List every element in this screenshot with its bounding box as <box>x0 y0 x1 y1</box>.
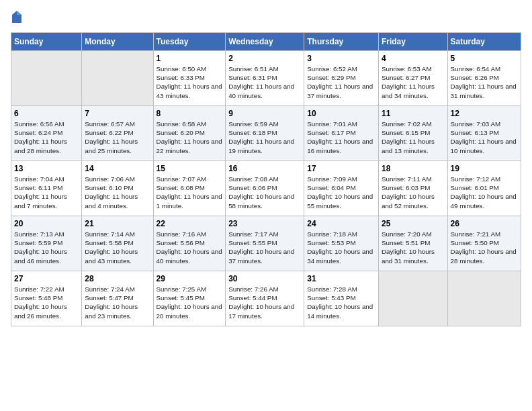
day-info: Sunrise: 7:16 AMSunset: 5:56 PMDaylight:… <box>157 230 223 265</box>
day-number: 10 <box>307 109 375 118</box>
week-row-1: 1Sunrise: 6:50 AMSunset: 6:33 PMDaylight… <box>11 51 521 106</box>
calendar-cell: 19Sunrise: 7:12 AMSunset: 6:01 PMDayligh… <box>447 161 521 216</box>
day-number: 22 <box>157 219 223 228</box>
day-header-saturday: Saturday <box>447 33 521 51</box>
day-number: 12 <box>451 109 518 118</box>
day-info: Sunrise: 7:12 AMSunset: 6:01 PMDaylight:… <box>451 175 518 210</box>
day-info: Sunrise: 6:54 AMSunset: 6:26 PMDaylight:… <box>451 64 518 100</box>
calendar-cell <box>378 271 447 326</box>
day-info: Sunrise: 7:03 AMSunset: 6:13 PMDaylight:… <box>451 120 518 155</box>
day-number: 5 <box>451 54 518 63</box>
calendar-cell <box>11 51 82 106</box>
calendar-cell: 20Sunrise: 7:13 AMSunset: 5:59 PMDayligh… <box>11 216 82 271</box>
day-number: 11 <box>382 109 445 118</box>
calendar-cell: 21Sunrise: 7:14 AMSunset: 5:58 PMDayligh… <box>82 216 153 271</box>
logo-icon <box>11 9 23 24</box>
day-info: Sunrise: 6:56 AMSunset: 6:24 PMDaylight:… <box>14 120 79 155</box>
calendar-cell: 29Sunrise: 7:25 AMSunset: 5:45 PMDayligh… <box>153 271 226 326</box>
day-number: 9 <box>228 109 301 118</box>
day-header-sunday: Sunday <box>11 33 82 51</box>
calendar-cell: 5Sunrise: 6:54 AMSunset: 6:26 PMDaylight… <box>447 51 521 106</box>
calendar-cell: 17Sunrise: 7:09 AMSunset: 6:04 PMDayligh… <box>304 161 379 216</box>
day-number: 13 <box>14 164 79 173</box>
day-header-thursday: Thursday <box>304 33 379 51</box>
day-number: 26 <box>451 219 518 228</box>
day-number: 20 <box>14 219 79 228</box>
day-info: Sunrise: 7:04 AMSunset: 6:11 PMDaylight:… <box>14 175 79 210</box>
day-number: 28 <box>85 274 150 283</box>
calendar-table: SundayMondayTuesdayWednesdayThursdayFrid… <box>11 32 521 326</box>
calendar-cell <box>82 51 153 106</box>
day-info: Sunrise: 6:52 AMSunset: 6:29 PMDaylight:… <box>307 64 375 100</box>
calendar-cell: 16Sunrise: 7:08 AMSunset: 6:06 PMDayligh… <box>226 161 304 216</box>
calendar-cell: 24Sunrise: 7:18 AMSunset: 5:53 PMDayligh… <box>304 216 379 271</box>
day-info: Sunrise: 7:21 AMSunset: 5:50 PMDaylight:… <box>451 230 518 265</box>
week-row-4: 20Sunrise: 7:13 AMSunset: 5:59 PMDayligh… <box>11 216 521 271</box>
day-number: 6 <box>14 109 79 118</box>
day-info: Sunrise: 6:51 AMSunset: 6:31 PMDaylight:… <box>228 64 301 100</box>
svg-marker-1 <box>17 11 21 15</box>
day-info: Sunrise: 7:02 AMSunset: 6:15 PMDaylight:… <box>382 120 445 155</box>
day-info: Sunrise: 6:59 AMSunset: 6:18 PMDaylight:… <box>228 120 301 155</box>
day-number: 4 <box>382 54 445 63</box>
day-info: Sunrise: 6:50 AMSunset: 6:33 PMDaylight:… <box>157 64 223 100</box>
day-info: Sunrise: 7:25 AMSunset: 5:45 PMDaylight:… <box>157 285 223 320</box>
day-number: 19 <box>451 164 518 173</box>
calendar-cell: 18Sunrise: 7:11 AMSunset: 6:03 PMDayligh… <box>378 161 447 216</box>
logo <box>11 11 24 26</box>
day-number: 15 <box>157 164 223 173</box>
day-number: 29 <box>157 274 223 283</box>
day-info: Sunrise: 7:06 AMSunset: 6:10 PMDaylight:… <box>85 175 150 210</box>
day-number: 7 <box>85 109 150 118</box>
day-info: Sunrise: 7:01 AMSunset: 6:17 PMDaylight:… <box>307 120 375 155</box>
day-info: Sunrise: 6:58 AMSunset: 6:20 PMDaylight:… <box>157 120 223 155</box>
calendar-cell: 6Sunrise: 6:56 AMSunset: 6:24 PMDaylight… <box>11 106 82 161</box>
calendar-cell: 1Sunrise: 6:50 AMSunset: 6:33 PMDaylight… <box>153 51 226 106</box>
day-info: Sunrise: 7:18 AMSunset: 5:53 PMDaylight:… <box>307 230 375 265</box>
day-info: Sunrise: 7:14 AMSunset: 5:58 PMDaylight:… <box>85 230 150 265</box>
day-number: 27 <box>14 274 79 283</box>
day-info: Sunrise: 7:20 AMSunset: 5:51 PMDaylight:… <box>382 230 445 265</box>
day-number: 17 <box>307 164 375 173</box>
day-number: 2 <box>228 54 301 63</box>
day-info: Sunrise: 7:24 AMSunset: 5:47 PMDaylight:… <box>85 285 150 320</box>
day-info: Sunrise: 7:07 AMSunset: 6:08 PMDaylight:… <box>157 175 223 210</box>
page-header <box>11 11 521 26</box>
day-number: 18 <box>382 164 445 173</box>
day-info: Sunrise: 7:09 AMSunset: 6:04 PMDaylight:… <box>307 175 375 210</box>
day-number: 24 <box>307 219 375 228</box>
calendar-cell: 27Sunrise: 7:22 AMSunset: 5:48 PMDayligh… <box>11 271 82 326</box>
day-header-monday: Monday <box>82 33 153 51</box>
day-info: Sunrise: 7:08 AMSunset: 6:06 PMDaylight:… <box>228 175 301 210</box>
day-header-tuesday: Tuesday <box>153 33 226 51</box>
calendar-cell: 13Sunrise: 7:04 AMSunset: 6:11 PMDayligh… <box>11 161 82 216</box>
day-info: Sunrise: 7:17 AMSunset: 5:55 PMDaylight:… <box>228 230 301 265</box>
calendar-cell <box>447 271 521 326</box>
day-number: 30 <box>228 274 301 283</box>
day-number: 31 <box>307 274 375 283</box>
calendar-cell: 10Sunrise: 7:01 AMSunset: 6:17 PMDayligh… <box>304 106 379 161</box>
day-number: 8 <box>157 109 223 118</box>
week-row-5: 27Sunrise: 7:22 AMSunset: 5:48 PMDayligh… <box>11 271 521 326</box>
day-header-friday: Friday <box>378 33 447 51</box>
day-info: Sunrise: 7:11 AMSunset: 6:03 PMDaylight:… <box>382 175 445 210</box>
calendar-cell: 12Sunrise: 7:03 AMSunset: 6:13 PMDayligh… <box>447 106 521 161</box>
day-number: 16 <box>228 164 301 173</box>
calendar-cell: 25Sunrise: 7:20 AMSunset: 5:51 PMDayligh… <box>378 216 447 271</box>
day-info: Sunrise: 6:53 AMSunset: 6:27 PMDaylight:… <box>382 64 445 100</box>
calendar-cell: 7Sunrise: 6:57 AMSunset: 6:22 PMDaylight… <box>82 106 153 161</box>
day-number: 21 <box>85 219 150 228</box>
calendar-cell: 4Sunrise: 6:53 AMSunset: 6:27 PMDaylight… <box>378 51 447 106</box>
day-info: Sunrise: 7:26 AMSunset: 5:44 PMDaylight:… <box>228 285 301 320</box>
day-info: Sunrise: 6:57 AMSunset: 6:22 PMDaylight:… <box>85 120 150 155</box>
calendar-cell: 15Sunrise: 7:07 AMSunset: 6:08 PMDayligh… <box>153 161 226 216</box>
week-row-3: 13Sunrise: 7:04 AMSunset: 6:11 PMDayligh… <box>11 161 521 216</box>
calendar-cell: 2Sunrise: 6:51 AMSunset: 6:31 PMDaylight… <box>226 51 304 106</box>
calendar-cell: 9Sunrise: 6:59 AMSunset: 6:18 PMDaylight… <box>226 106 304 161</box>
week-row-2: 6Sunrise: 6:56 AMSunset: 6:24 PMDaylight… <box>11 106 521 161</box>
header-row: SundayMondayTuesdayWednesdayThursdayFrid… <box>11 33 521 51</box>
calendar-cell: 22Sunrise: 7:16 AMSunset: 5:56 PMDayligh… <box>153 216 226 271</box>
calendar-cell: 31Sunrise: 7:28 AMSunset: 5:43 PMDayligh… <box>304 271 379 326</box>
calendar-cell: 23Sunrise: 7:17 AMSunset: 5:55 PMDayligh… <box>226 216 304 271</box>
day-info: Sunrise: 7:22 AMSunset: 5:48 PMDaylight:… <box>14 285 79 320</box>
